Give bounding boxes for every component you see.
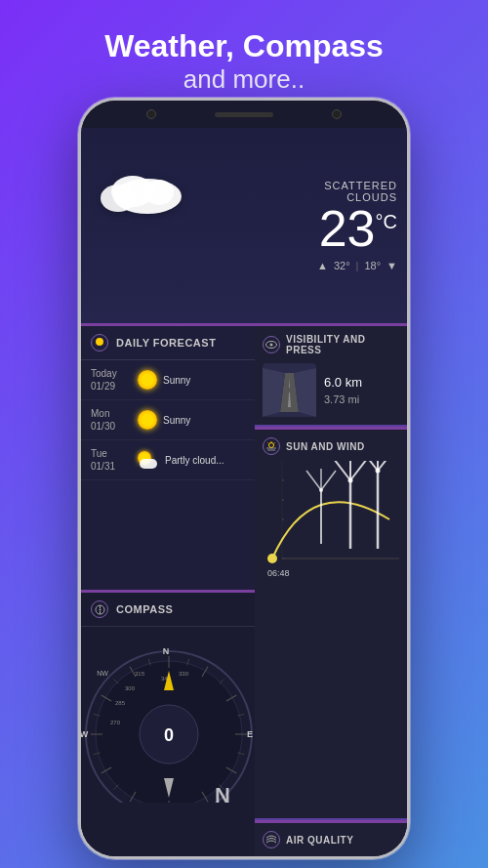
sun-wind-icon-svg xyxy=(265,441,277,451)
svg-text:06:48: 06:48 xyxy=(267,568,290,578)
wind-chart: 06:48 xyxy=(263,461,399,588)
forecast-section: DAILY FORECAST Today 01/29 Sunny xyxy=(81,326,255,590)
svg-text:W: W xyxy=(81,729,89,739)
temp-range: ▲ 32° | 18° ▼ xyxy=(286,260,397,271)
vis-mi: 3.73 mi xyxy=(324,393,362,405)
eye-icon-svg xyxy=(265,341,277,349)
forecast-row-2: Mon 01/30 Sunny xyxy=(81,400,255,440)
vis-values: 6.0 km 3.73 mi xyxy=(324,375,362,405)
sun-wind-icon xyxy=(263,437,280,455)
air-quality-section: AIR QUALITY xyxy=(255,823,407,856)
temperature-display: 23°C xyxy=(286,203,397,254)
temp-value: 23 xyxy=(319,200,376,257)
forecast-icon-svg xyxy=(95,338,104,348)
main-grid: DAILY FORECAST Today 01/29 Sunny xyxy=(81,326,407,856)
svg-point-2 xyxy=(101,185,136,212)
svg-point-70 xyxy=(267,554,277,563)
forecast-day-1-date: 01/29 xyxy=(91,380,132,393)
svg-line-60 xyxy=(274,443,275,444)
vis-content: 6.0 km 3.73 mi xyxy=(263,363,399,417)
camera-left xyxy=(146,109,156,119)
svg-text:270: 270 xyxy=(110,720,121,725)
visibility-section: VISIBILITY AND PRESS xyxy=(255,326,407,427)
vis-km: 6.0 km xyxy=(324,375,362,390)
compass-section: COMPASS xyxy=(81,593,255,856)
weather-left xyxy=(81,128,276,323)
header-area: Weather, Compass and more.. xyxy=(0,0,488,110)
svg-line-73 xyxy=(321,471,336,490)
visibility-title: VISIBILITY AND PRESS xyxy=(286,334,399,355)
screen: SCATTERED CLOUDS 23°C ▲ 32° | 18° ▼ xyxy=(81,128,407,856)
forecast-icon xyxy=(91,334,108,351)
svg-point-5 xyxy=(99,608,101,610)
down-arrow: ▼ xyxy=(386,260,397,271)
sun-wind-section: SUN AND WIND xyxy=(255,430,407,820)
forecast-day-3-date: 01/31 xyxy=(91,460,132,473)
forecast-header: DAILY FORECAST xyxy=(81,326,255,360)
forecast-day-2-info: Mon 01/30 xyxy=(91,407,132,433)
svg-line-77 xyxy=(331,461,350,480)
phone-top-bar xyxy=(81,101,407,128)
svg-point-80 xyxy=(348,478,353,483)
sun-icon-2 xyxy=(138,410,157,430)
temp-unit: °C xyxy=(376,211,397,232)
divider: | xyxy=(356,260,359,271)
svg-text:285: 285 xyxy=(115,700,126,706)
svg-line-72 xyxy=(306,471,321,490)
svg-text:E: E xyxy=(247,729,253,739)
right-column: VISIBILITY AND PRESS xyxy=(255,326,407,856)
svg-text:N: N xyxy=(215,783,230,803)
compass-dial-svg: N E S W NW 345 330 315 300 285 xyxy=(81,637,255,803)
svg-line-83 xyxy=(378,461,399,471)
side-button-right xyxy=(409,198,410,252)
visibility-icon xyxy=(263,336,280,353)
temp-low: 18° xyxy=(364,260,381,271)
svg-text:300: 300 xyxy=(125,685,136,691)
forecast-day-3-info: Tue 01/31 xyxy=(91,447,132,473)
forecast-row-3: Tue 01/31 Partly cloud... xyxy=(81,440,255,480)
app-title: Weather, Compass xyxy=(20,27,468,64)
compass-icon-svg xyxy=(95,604,105,615)
sw-title: SUN AND WIND xyxy=(286,441,365,452)
road-icon xyxy=(263,363,316,417)
svg-text:N: N xyxy=(163,646,170,656)
app-subtitle: and more.. xyxy=(20,64,468,95)
svg-line-78 xyxy=(350,461,370,480)
svg-text:330: 330 xyxy=(179,671,189,677)
svg-point-3 xyxy=(144,180,174,205)
wind-chart-svg: 06:48 xyxy=(263,461,399,588)
air-title: AIR QUALITY xyxy=(286,835,353,846)
svg-point-51 xyxy=(270,344,273,347)
forecast-day-2-condition: Sunny xyxy=(163,415,245,426)
speaker xyxy=(215,112,273,117)
temp-high: 32° xyxy=(334,260,350,271)
air-header: AIR QUALITY xyxy=(263,831,399,848)
forecast-day-3-condition: Partly cloud... xyxy=(165,455,245,466)
compass-header: COMPASS xyxy=(81,593,255,627)
forecast-day-1-info: Today 01/29 xyxy=(91,367,132,393)
forecast-day-2-label: Mon xyxy=(91,407,132,420)
weather-right: SCATTERED CLOUDS 23°C ▲ 32° | 18° ▼ xyxy=(276,128,407,323)
svg-point-75 xyxy=(319,488,323,492)
compass-icon-wrapper xyxy=(91,600,108,618)
forecast-day-1-condition: Sunny xyxy=(163,375,245,386)
side-button-left xyxy=(78,218,79,257)
forecast-title: DAILY FORECAST xyxy=(116,337,216,349)
svg-text:315: 315 xyxy=(135,671,145,677)
compass-dial-area: N E S W NW 345 330 315 300 285 xyxy=(81,627,255,803)
partly-cloud-icon xyxy=(138,451,159,469)
svg-text:0: 0 xyxy=(164,725,174,745)
cloud-svg xyxy=(89,157,186,216)
forecast-day-2-date: 01/30 xyxy=(91,420,132,433)
air-quality-icon xyxy=(263,831,280,848)
weather-top-row: SCATTERED CLOUDS 23°C ▲ 32° | 18° ▼ xyxy=(81,128,407,323)
svg-line-61 xyxy=(268,443,269,444)
left-column: DAILY FORECAST Today 01/29 Sunny xyxy=(81,326,255,856)
cloud-icon xyxy=(89,157,186,220)
forecast-day-3-label: Tue xyxy=(91,447,132,460)
vis-header: VISIBILITY AND PRESS xyxy=(263,334,399,355)
forecast-day-1-label: Today xyxy=(91,367,132,380)
svg-point-85 xyxy=(376,469,381,474)
road-svg xyxy=(263,363,316,417)
phone-frame: SCATTERED CLOUDS 23°C ▲ 32° | 18° ▼ xyxy=(78,98,410,859)
